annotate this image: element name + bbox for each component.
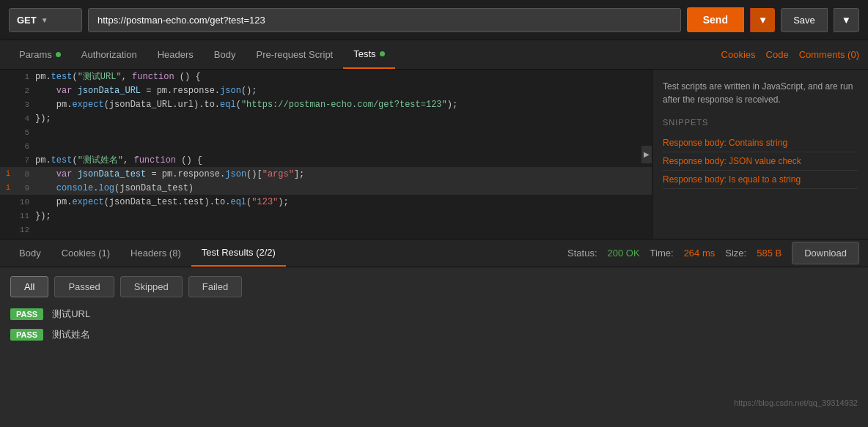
tab-body[interactable]: Body xyxy=(204,41,246,68)
code-link[interactable]: Code xyxy=(766,49,789,60)
snippet-item-2[interactable]: Response body: JSON value check xyxy=(663,152,858,171)
code-line-3: 3 pm.expect(jsonData_URL.url).to.eql("ht… xyxy=(0,97,652,111)
test-name-1: 测试URL xyxy=(52,308,90,321)
code-editor[interactable]: 1 pm.test("测试URL", function () { 2 var j… xyxy=(0,70,652,239)
indicator-8: i xyxy=(3,170,13,178)
cookies-link[interactable]: Cookies xyxy=(721,49,756,60)
time-label: Time: xyxy=(650,248,674,259)
request-tabs-left: Params Authorization Headers Body Pre-re… xyxy=(9,40,395,69)
main-content: 1 pm.test("测试URL", function () { 2 var j… xyxy=(0,70,868,240)
code-line-4: 4 }); xyxy=(0,111,652,125)
pass-badge-1: PASS xyxy=(10,308,43,320)
url-input[interactable] xyxy=(88,8,681,32)
code-line-10: 10 pm.expect(jsonData_test.test).to.eql(… xyxy=(0,195,652,209)
tab-tests-label: Tests xyxy=(353,48,375,59)
code-line-1: 1 pm.test("测试URL", function () { xyxy=(0,70,652,83)
request-tab-bar: Params Authorization Headers Body Pre-re… xyxy=(0,40,868,70)
code-line-6: 6 xyxy=(0,139,652,153)
tab-params-label: Params xyxy=(19,49,52,60)
code-lines: 1 pm.test("测试URL", function () { 2 var j… xyxy=(0,70,652,239)
tab-headers-label: Headers xyxy=(158,49,194,60)
editor-description: Test scripts are written in JavaScript, … xyxy=(663,80,858,106)
status-label: Status: xyxy=(567,248,597,259)
code-line-12: 12 xyxy=(0,223,652,237)
tab-authorization[interactable]: Authorization xyxy=(71,41,147,68)
resp-tab-cookies-label: Cookies (1) xyxy=(62,248,110,259)
code-line-5: 5 xyxy=(0,125,652,139)
resp-tab-test-results-label: Test Results (2/2) xyxy=(202,247,276,258)
filter-bar: All Passed Skipped Failed xyxy=(10,276,858,297)
status-value: 200 OK xyxy=(608,248,640,259)
snippets-title: SNIPPETS xyxy=(663,118,858,127)
resp-tab-headers-label: Headers (8) xyxy=(130,248,181,259)
top-bar: GET ▼ Send ▼ Save ▼ xyxy=(0,0,868,40)
response-tab-bar: Body Cookies (1) Headers (8) Test Result… xyxy=(0,240,868,267)
code-line-7: 7 pm.test("测试姓名", function () { xyxy=(0,153,652,167)
tab-params[interactable]: Params xyxy=(9,41,71,68)
filter-all-button[interactable]: All xyxy=(10,276,48,297)
right-panel: Test scripts are written in JavaScript, … xyxy=(652,70,868,239)
code-line-9: i 9 console.log(jsonData_test) xyxy=(0,181,652,195)
test-results-area: All Passed Skipped Failed PASS 测试URL PAS… xyxy=(0,267,868,415)
resp-tab-body[interactable]: Body xyxy=(9,240,51,266)
resp-tab-headers[interactable]: Headers (8) xyxy=(120,240,191,266)
resp-tab-cookies[interactable]: Cookies (1) xyxy=(51,240,120,266)
size-value: 585 B xyxy=(757,248,781,259)
footer-link[interactable]: https://blog.csdn.net/qq_39314932 xyxy=(734,398,858,407)
send-dropdown-button[interactable]: ▼ xyxy=(750,8,775,32)
code-line-11: 11 }); xyxy=(0,209,652,223)
tab-headers[interactable]: Headers xyxy=(147,41,204,68)
request-tabs-right: Cookies Code Comments (0) xyxy=(721,49,859,60)
filter-failed-button[interactable]: Failed xyxy=(188,276,242,297)
method-chevron-icon: ▼ xyxy=(41,16,48,24)
snippet-item-3[interactable]: Response body: Is equal to a string xyxy=(663,171,858,189)
resp-tab-test-results[interactable]: Test Results (2/2) xyxy=(191,240,286,267)
code-line-8: i 8 var jsonData_test = pm.response.json… xyxy=(0,167,652,181)
save-button[interactable]: Save xyxy=(781,8,828,32)
tab-prerequest-label: Pre-request Script xyxy=(256,49,333,60)
filter-passed-button[interactable]: Passed xyxy=(54,276,114,297)
filter-skipped-button[interactable]: Skipped xyxy=(120,276,183,297)
size-label: Size: xyxy=(725,248,746,259)
response-tabs-left: Body Cookies (1) Headers (8) Test Result… xyxy=(9,240,286,267)
test-name-2: 测试姓名 xyxy=(52,328,90,341)
params-dot xyxy=(56,52,61,57)
resp-tab-body-label: Body xyxy=(19,248,41,259)
tab-body-label: Body xyxy=(214,49,236,60)
tests-dot xyxy=(380,51,385,56)
method-label: GET xyxy=(17,15,37,26)
tab-tests[interactable]: Tests xyxy=(343,40,394,69)
tab-authorization-label: Authorization xyxy=(81,49,137,60)
time-value: 264 ms xyxy=(684,248,716,259)
download-button[interactable]: Download xyxy=(792,242,859,264)
pass-badge-2: PASS xyxy=(10,329,43,341)
comments-link[interactable]: Comments (0) xyxy=(799,49,859,60)
save-dropdown-button[interactable]: ▼ xyxy=(834,8,859,32)
send-button[interactable]: Send xyxy=(687,7,744,32)
panel-expand-arrow[interactable]: ▶ xyxy=(641,146,652,163)
snippet-item-1[interactable]: Response body: Contains string xyxy=(663,134,858,152)
status-info: Status: 200 OK Time: 264 ms Size: 585 B … xyxy=(567,242,859,264)
code-line-2: 2 var jsonData_URL = pm.response.json(); xyxy=(0,83,652,97)
method-selector[interactable]: GET ▼ xyxy=(9,8,82,32)
test-result-row-2: PASS 测试姓名 xyxy=(10,328,858,341)
tab-prerequest[interactable]: Pre-request Script xyxy=(246,41,343,68)
test-result-row-1: PASS 测试URL xyxy=(10,308,858,321)
